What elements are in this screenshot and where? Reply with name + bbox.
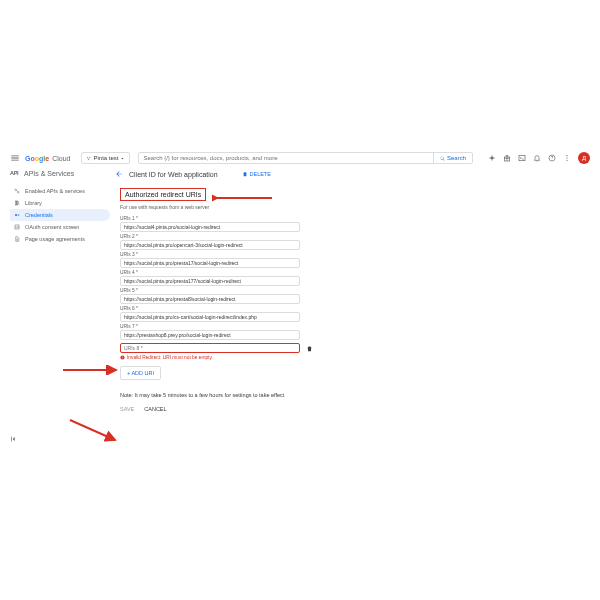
annotation-arrow	[65, 415, 125, 445]
svg-point-8	[566, 160, 567, 161]
back-arrow-icon[interactable]	[115, 170, 123, 178]
sidebar: Enabled APIs & services Library Credenti…	[10, 185, 110, 245]
help-icon[interactable]	[548, 154, 556, 162]
top-icons: Д	[488, 152, 590, 164]
save-button[interactable]: SAVE	[120, 406, 134, 412]
svg-line-21	[70, 420, 115, 440]
search-bar: Search	[138, 152, 473, 164]
uri-input[interactable]	[120, 258, 300, 268]
annotation-arrow	[58, 365, 123, 375]
section-subtext: For use with requests from a web server	[120, 204, 315, 210]
nav-credentials[interactable]: Credentials	[10, 209, 110, 221]
trash-icon[interactable]	[306, 345, 313, 352]
avatar[interactable]: Д	[578, 152, 590, 164]
uri-input[interactable]	[120, 222, 300, 232]
nav-enabled-apis[interactable]: Enabled APIs & services	[10, 185, 110, 197]
menu-icon[interactable]	[10, 153, 20, 163]
project-icon	[86, 156, 91, 161]
uri-input[interactable]	[120, 276, 300, 286]
page-title: Client ID for Web application	[129, 171, 218, 178]
svg-rect-4	[519, 155, 525, 160]
uri-input[interactable]	[120, 294, 300, 304]
search-button[interactable]: Search	[433, 153, 472, 163]
svg-point-7	[566, 157, 567, 158]
gemini-icon[interactable]	[488, 154, 496, 162]
api-service-icon: API	[10, 170, 20, 178]
note-text: Note: It may take 5 minutes to a few hou…	[120, 392, 315, 398]
project-selector[interactable]: Pinta test	[81, 152, 130, 164]
add-uri-button[interactable]: + ADD URI	[120, 366, 161, 380]
bell-icon[interactable]	[533, 154, 541, 162]
uri-label: URIs 6 *	[120, 306, 315, 311]
uri-label: URIs 4 *	[120, 270, 315, 275]
nav-oauth-consent[interactable]: OAuth consent screen	[10, 221, 110, 233]
uri-label: URIs 7 *	[120, 324, 315, 329]
service-name: APIs & Services	[24, 170, 109, 178]
top-bar: Google Cloud Pinta test Search Д	[10, 150, 590, 166]
svg-point-6	[566, 155, 567, 156]
uri-label: URIs 3 *	[120, 252, 315, 257]
uri-input[interactable]	[120, 330, 300, 340]
cancel-button[interactable]: CANCEL	[144, 406, 166, 412]
main-pane: Authorized redirect URIs For use with re…	[120, 188, 315, 412]
more-icon[interactable]	[563, 154, 571, 162]
row2: API APIs & Services Client ID for Web ap…	[10, 170, 590, 178]
uri-label: URIs 5 *	[120, 288, 315, 293]
trash-icon	[242, 171, 248, 177]
pane-header: Client ID for Web application DELETE	[109, 170, 271, 178]
search-input[interactable]	[139, 155, 433, 161]
search-icon	[440, 156, 445, 161]
uri-input[interactable]	[120, 312, 300, 322]
svg-rect-11	[15, 201, 16, 205]
uri-label: URIs 1 *	[120, 216, 315, 221]
nav-page-usage[interactable]: Page usage agreements	[10, 233, 110, 245]
delete-button[interactable]: DELETE	[242, 171, 271, 177]
svg-rect-15	[11, 437, 12, 442]
google-cloud-logo[interactable]: Google Cloud	[25, 155, 70, 162]
section-header: Authorized redirect URIs	[120, 188, 206, 201]
collapse-sidebar-icon[interactable]	[10, 435, 18, 444]
nav-library[interactable]: Library	[10, 197, 110, 209]
uri-fields: URIs 1 *URIs 2 *URIs 3 *URIs 4 *URIs 5 *…	[120, 216, 315, 340]
gift-icon[interactable]	[503, 154, 511, 162]
error-icon	[120, 355, 125, 360]
uri-input[interactable]	[120, 240, 300, 250]
svg-point-13	[15, 214, 17, 216]
svg-rect-12	[17, 201, 18, 205]
error-message: Invalid Redirect: URI must not be empty.	[120, 355, 315, 360]
uri-label: URIs 2 *	[120, 234, 315, 239]
console-icon[interactable]	[518, 154, 526, 162]
uri-input-error[interactable]	[120, 343, 300, 353]
caret-down-icon	[120, 156, 125, 161]
